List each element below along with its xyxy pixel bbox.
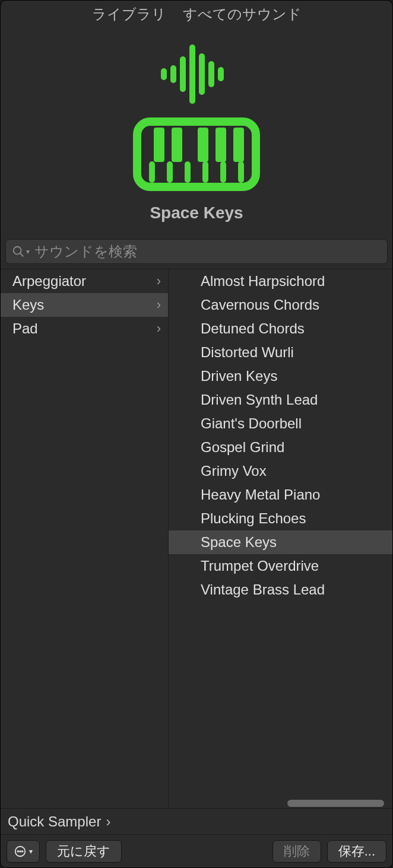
breadcrumb: ライブラリ すべてのサウンド bbox=[1, 1, 392, 28]
category-item[interactable]: Arpeggiator› bbox=[1, 269, 168, 293]
category-item[interactable]: Keys› bbox=[1, 293, 168, 317]
sound-item[interactable]: Plucking Echoes bbox=[169, 507, 392, 530]
footer-toolbar: ▾ 元に戻す 削除 保存... bbox=[1, 834, 392, 867]
svg-point-24 bbox=[22, 851, 23, 852]
breadcrumb-library[interactable]: ライブラリ bbox=[92, 5, 166, 24]
horizontal-scrollbar[interactable] bbox=[169, 799, 389, 808]
plugin-path-label: Quick Sampler bbox=[8, 813, 101, 830]
svg-rect-4 bbox=[208, 61, 214, 87]
patch-title: Space Keys bbox=[150, 204, 243, 222]
chevron-down-icon: ▾ bbox=[29, 847, 33, 856]
library-panel: ライブラリ すべてのサウンド bbox=[0, 0, 393, 868]
svg-rect-12 bbox=[233, 128, 244, 162]
chevron-right-icon: › bbox=[157, 274, 161, 289]
sound-item[interactable]: Vintage Brass Lead bbox=[169, 578, 392, 602]
svg-rect-0 bbox=[170, 65, 176, 83]
breadcrumb-all-sounds[interactable]: すべてのサウンド bbox=[183, 5, 302, 24]
svg-rect-2 bbox=[189, 44, 195, 104]
svg-point-22 bbox=[17, 851, 18, 852]
svg-rect-6 bbox=[161, 68, 167, 80]
actions-menu-button[interactable]: ▾ bbox=[7, 840, 40, 863]
sound-item[interactable]: Almost Harpsichord bbox=[169, 269, 392, 293]
save-button[interactable]: 保存... bbox=[327, 840, 386, 863]
delete-button[interactable]: 削除 bbox=[272, 840, 321, 863]
sound-item[interactable]: Gospel Grind bbox=[169, 435, 392, 459]
sound-item[interactable]: Driven Keys bbox=[169, 364, 392, 388]
sound-item[interactable]: Trumpet Overdrive bbox=[169, 554, 392, 578]
sound-item[interactable]: Heavy Metal Piano bbox=[169, 483, 392, 507]
chevron-right-icon bbox=[106, 813, 110, 830]
sound-item[interactable]: Cavernous Chords bbox=[169, 293, 392, 317]
revert-button[interactable]: 元に戻す bbox=[46, 840, 122, 863]
sound-item[interactable]: Driven Synth Lead bbox=[169, 388, 392, 412]
sound-browser: Arpeggiator›Keys›Pad› Almost Harpsichord… bbox=[1, 269, 392, 808]
category-item[interactable]: Pad› bbox=[1, 317, 168, 341]
category-label: Arpeggiator bbox=[12, 273, 86, 290]
search-icon bbox=[12, 245, 25, 258]
svg-point-19 bbox=[14, 247, 21, 255]
sound-item[interactable]: Detuned Chords bbox=[169, 317, 392, 341]
sound-item[interactable]: Giant's Doorbell bbox=[169, 412, 392, 435]
svg-rect-11 bbox=[215, 128, 226, 162]
category-column: Arpeggiator›Keys›Pad› bbox=[1, 269, 169, 808]
search-input[interactable] bbox=[31, 243, 381, 260]
svg-line-20 bbox=[20, 253, 24, 257]
svg-rect-1 bbox=[180, 56, 186, 92]
ellipsis-icon bbox=[14, 845, 27, 858]
patch-icon bbox=[125, 39, 268, 193]
svg-rect-5 bbox=[218, 67, 224, 81]
search-dropdown-icon[interactable]: ▾ bbox=[25, 247, 31, 256]
plugin-path-bar[interactable]: Quick Sampler bbox=[1, 808, 392, 834]
chevron-right-icon: › bbox=[157, 297, 161, 313]
search-field[interactable]: ▾ bbox=[5, 239, 388, 264]
svg-rect-8 bbox=[154, 128, 164, 162]
svg-point-23 bbox=[20, 851, 21, 852]
category-label: Pad bbox=[12, 320, 38, 337]
chevron-right-icon: › bbox=[157, 321, 161, 336]
sound-item[interactable]: Distorted Wurli bbox=[169, 341, 392, 364]
sound-column: Almost HarpsichordCavernous ChordsDetune… bbox=[169, 269, 392, 808]
category-label: Keys bbox=[12, 297, 44, 313]
sound-item[interactable]: Space Keys bbox=[169, 530, 392, 554]
svg-rect-9 bbox=[172, 128, 182, 162]
scrollbar-thumb[interactable] bbox=[287, 800, 384, 807]
svg-rect-3 bbox=[199, 53, 205, 95]
patch-hero: Space Keys bbox=[1, 28, 392, 239]
sound-item[interactable]: Grimy Vox bbox=[169, 459, 392, 483]
svg-rect-10 bbox=[198, 128, 208, 162]
